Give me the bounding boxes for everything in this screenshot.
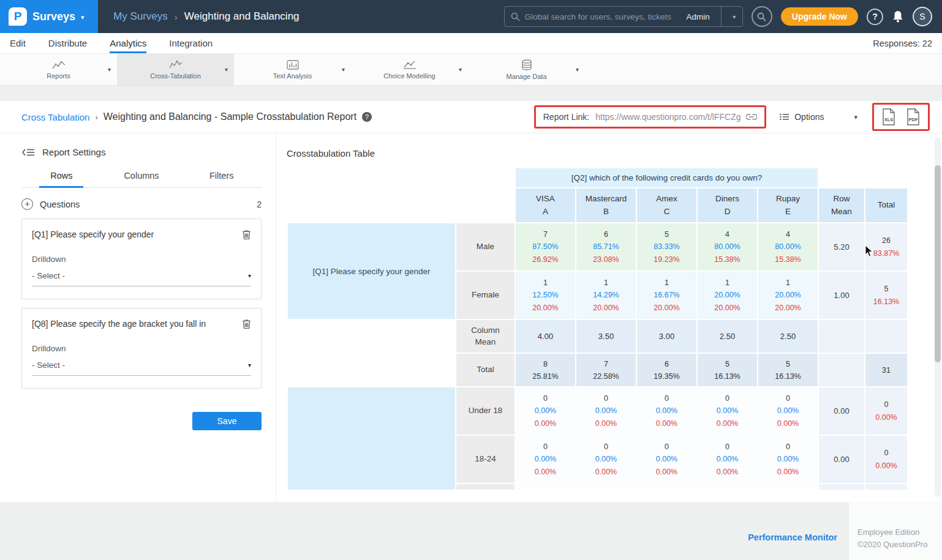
help-button[interactable]: ? [867, 9, 883, 25]
options-caret-icon[interactable]: ▾ [854, 113, 857, 121]
toolbar-item-reports[interactable]: Reports ▾ [0, 54, 117, 85]
top-bar: P Surveys ▾ My Surveys › Weighting and B… [0, 0, 942, 33]
options-label: Options [794, 112, 824, 122]
delete-question-icon[interactable] [242, 230, 251, 240]
scrollbar-thumb[interactable] [935, 165, 941, 362]
avatar[interactable]: S [913, 7, 932, 26]
row-mean-value: 1.00 [819, 272, 864, 319]
notifications-button[interactable] [892, 10, 904, 23]
data-cell: 480.00%15.38% [698, 223, 757, 271]
report-link-url[interactable]: https://www.questionpro.com/t/lFFCZg [595, 112, 740, 122]
toolbar-item-cross-tabulation[interactable]: Cross-Tabulation ▾ [117, 54, 234, 85]
nav-item-edit[interactable]: Edit [10, 33, 26, 53]
xls-file-icon: XLS [881, 108, 896, 125]
nav-item-analytics[interactable]: Analytics [110, 33, 146, 53]
drilldown-select[interactable]: - Select - ▾ [32, 271, 251, 286]
topbar-actions: Admin ▾ Upgrade Now ? S [504, 6, 942, 27]
collapse-panel-icon[interactable] [21, 148, 35, 157]
row-group-label-q1: [Q1] Please specify your gender [288, 223, 455, 319]
column-header-visa: VISAA [516, 189, 575, 222]
column-mean-value: 2.50 [698, 320, 757, 353]
report-link-label: Report Link: [543, 112, 589, 122]
report-card: Cross Tabulation › Weighting and Balanci… [0, 101, 942, 502]
row-mean-value: 0.00 [819, 436, 864, 483]
toolbar-item-label: Cross-Tabulation [150, 72, 201, 80]
row-total-cell: 00.00% [865, 387, 907, 435]
question-text: [Q8] Please specify the age bracket you … [32, 319, 206, 329]
questions-count: 2 [257, 200, 262, 209]
link-icon[interactable] [746, 114, 757, 120]
data-cell: 00.00%0.00% [698, 436, 757, 483]
row-label-18-24: 18-24 [456, 436, 514, 483]
column-mean-value: 2.50 [758, 320, 818, 353]
data-cell: 583.33%19.23% [637, 223, 696, 271]
blank-cell [288, 189, 514, 222]
surveys-product-menu[interactable]: P Surveys ▾ [0, 0, 98, 33]
column-header-mastercard: MastercardB [576, 189, 636, 222]
drilldown-label: Drilldown [32, 344, 251, 353]
copyright-label: ©2020 QuestionPro [857, 539, 933, 551]
drilldown-select-value: - Select - [32, 360, 65, 370]
divider [721, 7, 722, 26]
toolbar-item-text-analysis[interactable]: Text Analysis ▾ [234, 54, 351, 85]
toolbar-caret-icon[interactable]: ▾ [342, 66, 345, 73]
column-mean-value: 3.50 [576, 320, 636, 353]
row-total-cell: 2683.87% [865, 223, 907, 271]
toolbar-caret-icon[interactable]: ▾ [576, 66, 579, 73]
toolbar-caret-icon[interactable]: ▾ [225, 66, 228, 73]
tab-columns[interactable]: Columns [102, 171, 182, 187]
toolbar-item-label: Manage Data [506, 73, 546, 80]
drilldown-select[interactable]: - Select - ▾ [32, 360, 251, 376]
breadcrumb-my-surveys[interactable]: My Surveys [113, 10, 168, 23]
edition-label: Employee Edition [857, 526, 933, 539]
performance-monitor-link[interactable]: Performance Monitor [748, 532, 837, 542]
vertical-scrollbar[interactable] [935, 137, 941, 497]
data-cell [637, 484, 696, 490]
empty-cell [865, 320, 907, 353]
toolbar-caret-icon[interactable]: ▾ [459, 66, 462, 73]
search-scope-caret-icon[interactable]: ▾ [726, 13, 742, 20]
data-cell [516, 484, 575, 490]
select-caret-icon: ▾ [248, 272, 251, 279]
edition-panel: Employee Edition ©2020 QuestionPro [849, 502, 942, 560]
toolbar-item-manage-data[interactable]: Manage Data ▾ [468, 54, 585, 85]
questions-label: Questions [40, 200, 80, 209]
global-search-input[interactable] [525, 12, 682, 21]
toolbar-caret-icon[interactable]: ▾ [108, 66, 111, 73]
page-footer: Performance Monitor Employee Edition ©20… [0, 502, 942, 560]
nav-item-distribute[interactable]: Distribute [48, 33, 87, 53]
add-question-button[interactable]: + [21, 198, 33, 210]
report-settings-panel: Report Settings Rows Columns Filters + Q… [0, 133, 276, 502]
row-total-cell: 516.13% [865, 272, 907, 319]
report-help-icon[interactable]: ? [362, 112, 372, 122]
grand-total: 31 [865, 354, 907, 386]
delete-question-icon[interactable] [242, 319, 251, 329]
total-value: 619.35% [637, 354, 696, 386]
nav-item-integration[interactable]: Integration [169, 33, 213, 53]
corner-blank [288, 168, 514, 187]
row-mean-header: RowMean [819, 189, 864, 222]
search-submit-button[interactable] [752, 6, 772, 27]
upgrade-now-button[interactable]: Upgrade Now [781, 7, 858, 26]
export-xls-button[interactable]: XLS [881, 108, 896, 125]
save-button[interactable]: Save [192, 412, 262, 430]
chevron-down-icon[interactable]: ▾ [81, 13, 85, 21]
cross-tabulation-section-link[interactable]: Cross Tabulation [21, 112, 89, 122]
empty-cell [819, 484, 864, 490]
tab-rows[interactable]: Rows [21, 171, 102, 187]
global-search[interactable]: Admin ▾ [504, 6, 743, 27]
export-pdf-button[interactable]: PDF [906, 108, 921, 125]
search-scope-selector[interactable]: Admin [687, 12, 716, 21]
toolbar-item-choice-modelling[interactable]: Choice Modelling ▾ [351, 54, 468, 85]
data-cell [576, 484, 636, 490]
settings-tabs: Rows Columns Filters [21, 171, 262, 188]
options-dropdown[interactable]: Options ▾ [780, 112, 857, 122]
data-cell: 00.00%0.00% [576, 436, 636, 483]
crosstab-table: [Q2] which of the following credit cards… [287, 167, 908, 490]
column-mean-label: ColumnMean [456, 320, 514, 353]
question-card-q1: [Q1] Please specify your gender Drilldow… [21, 218, 262, 299]
blank-cell [819, 168, 864, 187]
data-cell: 116.67%20.00% [637, 272, 696, 319]
tab-filters[interactable]: Filters [181, 171, 262, 187]
row-label-under-18: Under 18 [456, 387, 514, 435]
